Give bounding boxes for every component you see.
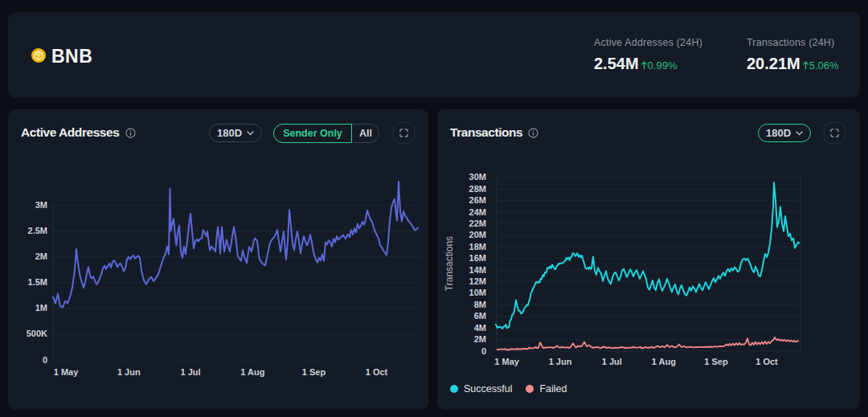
svg-text:24M: 24M — [469, 207, 486, 217]
svg-text:1 Oct: 1 Oct — [366, 367, 388, 377]
svg-text:10M: 10M — [469, 288, 486, 297]
svg-text:26M: 26M — [469, 195, 486, 205]
svg-text:30M: 30M — [469, 172, 486, 182]
svg-text:1 Jun: 1 Jun — [549, 357, 572, 366]
svg-text:18M: 18M — [469, 242, 486, 251]
svg-text:22M: 22M — [469, 219, 486, 228]
svg-text:1M: 1M — [35, 303, 47, 313]
svg-text:1 Jul: 1 Jul — [602, 357, 622, 366]
svg-text:1 Aug: 1 Aug — [652, 357, 676, 366]
svg-text:1 Sep: 1 Sep — [302, 367, 326, 377]
svg-text:1 Aug: 1 Aug — [240, 367, 264, 377]
svg-text:1 May: 1 May — [494, 357, 519, 366]
svg-text:2M: 2M — [35, 251, 47, 261]
svg-text:6M: 6M — [474, 311, 486, 321]
svg-text:12M: 12M — [469, 276, 486, 286]
svg-text:Transactions: Transactions — [444, 236, 455, 291]
svg-text:1 Sep: 1 Sep — [704, 357, 728, 366]
svg-text:16M: 16M — [469, 253, 486, 263]
svg-text:14M: 14M — [469, 265, 486, 275]
svg-text:1 Jul: 1 Jul — [180, 367, 200, 377]
svg-text:2M: 2M — [474, 334, 486, 344]
svg-text:20M: 20M — [469, 230, 486, 239]
svg-text:2.5M: 2.5M — [28, 226, 47, 235]
svg-text:1 May: 1 May — [54, 367, 79, 377]
svg-text:1 Jun: 1 Jun — [117, 367, 141, 377]
svg-text:1 Oct: 1 Oct — [755, 357, 778, 366]
svg-text:0: 0 — [43, 355, 47, 365]
svg-text:28M: 28M — [469, 184, 486, 194]
svg-text:4M: 4M — [474, 323, 486, 333]
svg-text:8M: 8M — [474, 300, 486, 309]
svg-text:500K: 500K — [27, 329, 47, 338]
svg-text:0: 0 — [481, 346, 486, 356]
svg-text:3M: 3M — [35, 200, 47, 210]
svg-text:1.5M: 1.5M — [28, 277, 47, 287]
